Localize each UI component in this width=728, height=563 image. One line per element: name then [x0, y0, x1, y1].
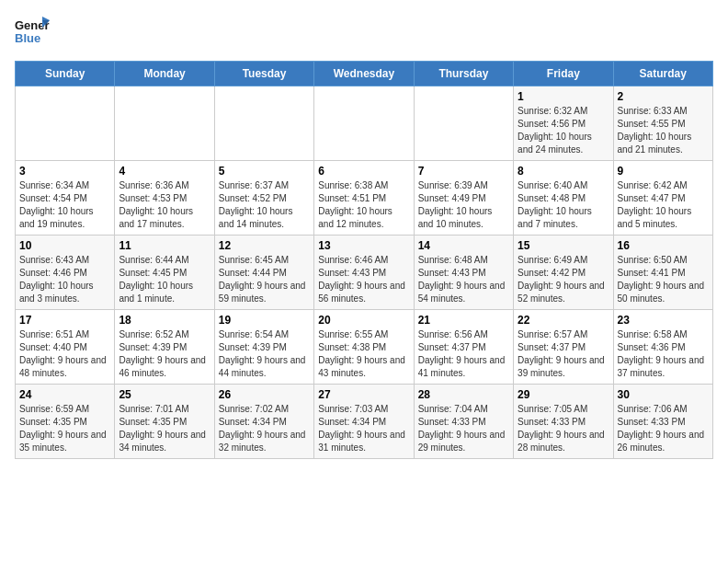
logo-bird-icon: General Blue [15, 15, 50, 50]
day-info: Sunrise: 6:32 AM Sunset: 4:56 PM Dayligh… [518, 105, 609, 156]
weekday-header: Sunday [16, 62, 115, 86]
weekday-header: Tuesday [214, 62, 313, 86]
calendar-day-cell: 29Sunrise: 7:05 AM Sunset: 4:33 PM Dayli… [514, 385, 613, 459]
calendar-day-cell: 30Sunrise: 7:06 AM Sunset: 4:33 PM Dayli… [613, 385, 712, 459]
day-number: 30 [618, 388, 709, 401]
day-info: Sunrise: 6:55 AM Sunset: 4:38 PM Dayligh… [318, 328, 409, 380]
day-number: 3 [19, 165, 110, 178]
day-number: 2 [618, 90, 709, 103]
day-number: 21 [418, 314, 509, 327]
calendar-day-cell: 7Sunrise: 6:39 AM Sunset: 4:49 PM Daylig… [414, 161, 513, 236]
calendar-day-cell: 26Sunrise: 7:02 AM Sunset: 4:34 PM Dayli… [214, 385, 313, 459]
day-info: Sunrise: 6:45 AM Sunset: 4:44 PM Dayligh… [219, 254, 310, 305]
day-number: 23 [618, 314, 709, 327]
calendar-day-cell: 4Sunrise: 6:36 AM Sunset: 4:53 PM Daylig… [115, 161, 214, 236]
day-number: 15 [518, 239, 609, 252]
calendar-day-cell [314, 86, 414, 161]
calendar-day-cell: 23Sunrise: 6:58 AM Sunset: 4:36 PM Dayli… [613, 310, 712, 385]
calendar-table: SundayMondayTuesdayWednesdayThursdayFrid… [15, 61, 713, 459]
logo: General Blue [15, 15, 50, 50]
day-number: 27 [318, 388, 409, 401]
calendar-day-cell: 25Sunrise: 7:01 AM Sunset: 4:35 PM Dayli… [115, 385, 214, 459]
page-header: General Blue [15, 15, 713, 50]
day-number: 25 [119, 388, 210, 401]
day-info: Sunrise: 6:50 AM Sunset: 4:41 PM Dayligh… [618, 254, 709, 305]
day-info: Sunrise: 7:06 AM Sunset: 4:33 PM Dayligh… [618, 403, 709, 454]
day-info: Sunrise: 6:39 AM Sunset: 4:49 PM Dayligh… [418, 179, 509, 231]
day-info: Sunrise: 6:33 AM Sunset: 4:55 PM Dayligh… [618, 105, 709, 156]
day-number: 13 [318, 239, 409, 252]
calendar-day-cell: 3Sunrise: 6:34 AM Sunset: 4:54 PM Daylig… [16, 161, 115, 236]
calendar-day-cell: 24Sunrise: 6:59 AM Sunset: 4:35 PM Dayli… [16, 385, 115, 459]
calendar-day-cell [214, 86, 313, 161]
day-info: Sunrise: 6:42 AM Sunset: 4:47 PM Dayligh… [618, 179, 709, 231]
calendar-day-cell: 2Sunrise: 6:33 AM Sunset: 4:55 PM Daylig… [613, 86, 712, 161]
weekday-header: Thursday [414, 62, 513, 86]
day-number: 6 [318, 165, 409, 178]
day-info: Sunrise: 6:34 AM Sunset: 4:54 PM Dayligh… [19, 179, 110, 231]
day-info: Sunrise: 6:37 AM Sunset: 4:52 PM Dayligh… [219, 179, 310, 231]
day-number: 20 [318, 314, 409, 327]
calendar-day-cell: 17Sunrise: 6:51 AM Sunset: 4:40 PM Dayli… [16, 310, 115, 385]
calendar-week-row: 24Sunrise: 6:59 AM Sunset: 4:35 PM Dayli… [16, 385, 713, 459]
day-info: Sunrise: 6:48 AM Sunset: 4:43 PM Dayligh… [418, 254, 509, 305]
day-number: 8 [518, 165, 609, 178]
day-info: Sunrise: 7:03 AM Sunset: 4:34 PM Dayligh… [318, 403, 409, 454]
calendar-day-cell: 22Sunrise: 6:57 AM Sunset: 4:37 PM Dayli… [514, 310, 613, 385]
calendar-day-cell: 6Sunrise: 6:38 AM Sunset: 4:51 PM Daylig… [314, 161, 414, 236]
calendar-day-cell [16, 86, 115, 161]
logo-container: General Blue [15, 15, 50, 50]
calendar-week-row: 1Sunrise: 6:32 AM Sunset: 4:56 PM Daylig… [16, 86, 713, 161]
weekday-header: Wednesday [314, 62, 414, 86]
day-info: Sunrise: 6:46 AM Sunset: 4:43 PM Dayligh… [318, 254, 409, 305]
weekday-header: Friday [514, 62, 613, 86]
calendar-day-cell: 12Sunrise: 6:45 AM Sunset: 4:44 PM Dayli… [214, 236, 313, 310]
day-info: Sunrise: 6:57 AM Sunset: 4:37 PM Dayligh… [518, 328, 609, 380]
calendar-day-cell: 14Sunrise: 6:48 AM Sunset: 4:43 PM Dayli… [414, 236, 513, 310]
calendar-day-cell: 1Sunrise: 6:32 AM Sunset: 4:56 PM Daylig… [514, 86, 613, 161]
calendar-week-row: 10Sunrise: 6:43 AM Sunset: 4:46 PM Dayli… [16, 236, 713, 310]
day-number: 10 [19, 239, 110, 252]
calendar-header: SundayMondayTuesdayWednesdayThursdayFrid… [16, 62, 713, 86]
day-info: Sunrise: 7:02 AM Sunset: 4:34 PM Dayligh… [219, 403, 310, 454]
calendar-day-cell: 28Sunrise: 7:04 AM Sunset: 4:33 PM Dayli… [414, 385, 513, 459]
day-number: 11 [119, 239, 210, 252]
calendar-body: 1Sunrise: 6:32 AM Sunset: 4:56 PM Daylig… [16, 86, 713, 459]
day-info: Sunrise: 7:05 AM Sunset: 4:33 PM Dayligh… [518, 403, 609, 454]
calendar-day-cell: 8Sunrise: 6:40 AM Sunset: 4:48 PM Daylig… [514, 161, 613, 236]
day-number: 9 [618, 165, 709, 178]
day-number: 26 [219, 388, 310, 401]
calendar-day-cell: 11Sunrise: 6:44 AM Sunset: 4:45 PM Dayli… [115, 236, 214, 310]
day-info: Sunrise: 6:56 AM Sunset: 4:37 PM Dayligh… [418, 328, 509, 380]
calendar-day-cell: 20Sunrise: 6:55 AM Sunset: 4:38 PM Dayli… [314, 310, 414, 385]
calendar-day-cell: 10Sunrise: 6:43 AM Sunset: 4:46 PM Dayli… [16, 236, 115, 310]
calendar-day-cell: 19Sunrise: 6:54 AM Sunset: 4:39 PM Dayli… [214, 310, 313, 385]
day-info: Sunrise: 7:04 AM Sunset: 4:33 PM Dayligh… [418, 403, 509, 454]
day-info: Sunrise: 6:44 AM Sunset: 4:45 PM Dayligh… [119, 254, 210, 305]
day-number: 16 [618, 239, 709, 252]
day-info: Sunrise: 7:01 AM Sunset: 4:35 PM Dayligh… [119, 403, 210, 454]
day-number: 19 [219, 314, 310, 327]
day-number: 22 [518, 314, 609, 327]
calendar-day-cell: 18Sunrise: 6:52 AM Sunset: 4:39 PM Dayli… [115, 310, 214, 385]
weekday-header: Saturday [613, 62, 712, 86]
calendar-day-cell: 13Sunrise: 6:46 AM Sunset: 4:43 PM Dayli… [314, 236, 414, 310]
day-number: 4 [119, 165, 210, 178]
day-number: 17 [19, 314, 110, 327]
day-number: 7 [418, 165, 509, 178]
day-info: Sunrise: 6:58 AM Sunset: 4:36 PM Dayligh… [618, 328, 709, 380]
calendar-day-cell: 5Sunrise: 6:37 AM Sunset: 4:52 PM Daylig… [214, 161, 313, 236]
calendar-week-row: 3Sunrise: 6:34 AM Sunset: 4:54 PM Daylig… [16, 161, 713, 236]
weekday-row: SundayMondayTuesdayWednesdayThursdayFrid… [16, 62, 713, 86]
weekday-header: Monday [115, 62, 214, 86]
day-info: Sunrise: 6:54 AM Sunset: 4:39 PM Dayligh… [219, 328, 310, 380]
day-number: 18 [119, 314, 210, 327]
calendar-day-cell: 9Sunrise: 6:42 AM Sunset: 4:47 PM Daylig… [613, 161, 712, 236]
calendar-day-cell [414, 86, 513, 161]
svg-text:Blue: Blue [15, 31, 40, 45]
day-info: Sunrise: 6:59 AM Sunset: 4:35 PM Dayligh… [19, 403, 110, 454]
day-info: Sunrise: 6:40 AM Sunset: 4:48 PM Dayligh… [518, 179, 609, 231]
day-info: Sunrise: 6:38 AM Sunset: 4:51 PM Dayligh… [318, 179, 409, 231]
day-number: 24 [19, 388, 110, 401]
calendar-day-cell: 15Sunrise: 6:49 AM Sunset: 4:42 PM Dayli… [514, 236, 613, 310]
